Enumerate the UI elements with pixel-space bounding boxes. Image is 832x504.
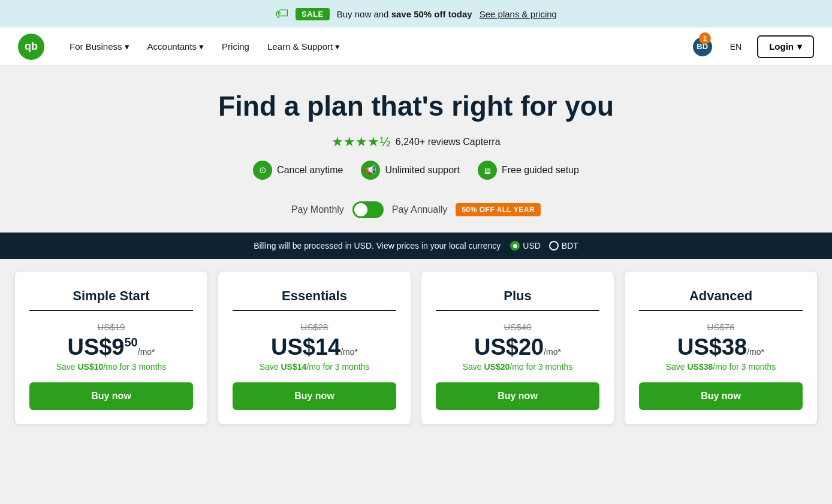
original-price: US$76 [639, 322, 803, 332]
currency-text: Billing will be processed in USD. View p… [254, 241, 501, 251]
lang-badge[interactable]: BD 1 EN [693, 37, 741, 56]
cancel-anytime-label: Cancel anytime [277, 165, 343, 176]
current-price: US$14/mo* [233, 336, 396, 358]
pay-annually-label: Pay Annually [392, 204, 448, 215]
cancel-anytime-icon: ⊙ [253, 161, 272, 180]
savings-text: Save US$10/mo for 3 months [29, 362, 193, 372]
original-price: US$40 [436, 322, 599, 332]
original-price: US$28 [233, 322, 396, 332]
plan-name: Essentials [233, 288, 396, 304]
bdt-radio[interactable]: BDT [549, 241, 578, 251]
feature-cancel: ⊙ Cancel anytime [253, 161, 343, 180]
current-price: US$38/mo* [639, 336, 803, 358]
reviews-row: ★★★★½ 6,240+ reviews Capterra [12, 134, 820, 150]
currency-radio-group: USD BDT [510, 241, 578, 251]
reviews-text: 6,240+ reviews Capterra [396, 137, 501, 147]
plan-essentials: Essentials US$28 US$14/mo* Save US$14/mo… [218, 271, 411, 425]
plan-advanced: Advanced US$76 US$38/mo* Save US$38/mo f… [624, 271, 818, 425]
logo[interactable]: qb [18, 34, 44, 60]
plan-name: Plus [436, 288, 599, 304]
plan-divider [29, 310, 193, 311]
feature-support: 📢 Unlimited support [361, 161, 460, 180]
savings-text: Save US$38/mo for 3 months [639, 362, 803, 372]
currency-banner: Billing will be processed in USD. View p… [0, 233, 832, 259]
lang-locale: EN [730, 42, 741, 52]
toggle-knob [354, 203, 367, 216]
savings-text: Save US$20/mo for 3 months [436, 362, 599, 372]
chevron-down-icon: ▾ [199, 41, 204, 52]
top-banner: 🏷 SALE Buy now and save 50% off today Se… [0, 0, 832, 28]
buy-now-button[interactable]: Buy now [29, 382, 193, 410]
login-button[interactable]: Login ▾ [757, 35, 814, 58]
chevron-down-icon: ▾ [335, 41, 340, 52]
nav-for-business[interactable]: For Business ▾ [62, 38, 137, 56]
chevron-down-icon: ▾ [797, 41, 802, 52]
nav-right: BD 1 EN Login ▾ [693, 35, 814, 58]
usd-radio-circle [510, 241, 520, 251]
features-row: ⊙ Cancel anytime 📢 Unlimited support 🖥 F… [12, 161, 820, 180]
buy-now-button[interactable]: Buy now [639, 382, 803, 410]
sale-badge: SALE [296, 8, 330, 20]
billing-toggle[interactable] [352, 201, 384, 218]
chevron-down-icon: ▾ [125, 41, 129, 52]
plan-divider [639, 310, 803, 311]
page-title: Find a plan that's right for you [12, 90, 820, 122]
plan-name: Advanced [639, 288, 803, 304]
original-price: US$19 [29, 322, 193, 332]
plan-divider [436, 310, 599, 311]
savings-text: Save US$14/mo for 3 months [233, 362, 396, 372]
notification-dot: 1 [699, 32, 711, 44]
star-rating: ★★★★½ [331, 134, 390, 150]
plans-section: Simple Start US$19 US$950/mo* Save US$10… [0, 259, 832, 437]
pay-monthly-label: Pay Monthly [291, 204, 344, 215]
plans-grid: Simple Start US$19 US$950/mo* Save US$10… [14, 271, 818, 425]
free-setup-icon: 🖥 [478, 161, 497, 180]
nav-accountants[interactable]: Accountants ▾ [140, 38, 212, 56]
billing-toggle-row: Pay Monthly Pay Annually 50% OFF ALL YEA… [12, 201, 820, 218]
unlimited-support-label: Unlimited support [385, 165, 460, 176]
nav-links: For Business ▾ Accountants ▾ Pricing Lea… [62, 38, 693, 56]
current-price: US$950/mo* [29, 336, 193, 358]
see-plans-link[interactable]: See plans & pricing [480, 9, 557, 19]
plan-plus: Plus US$40 US$20/mo* Save US$20/mo for 3… [421, 271, 614, 425]
buy-now-button[interactable]: Buy now [436, 382, 599, 410]
plan-simple-start: Simple Start US$19 US$950/mo* Save US$10… [14, 271, 208, 425]
navbar: qb For Business ▾ Accountants ▾ Pricing … [0, 28, 832, 66]
current-price: US$20/mo* [436, 336, 599, 358]
nav-learn-support[interactable]: Learn & Support ▾ [260, 38, 347, 56]
tag-icon: 🏷 [275, 6, 288, 22]
feature-setup: 🖥 Free guided setup [478, 161, 579, 180]
usd-radio[interactable]: USD [510, 241, 541, 251]
plan-divider [233, 310, 396, 311]
bdt-radio-circle [549, 241, 559, 251]
nav-pricing[interactable]: Pricing [215, 38, 257, 55]
banner-text: Buy now and save 50% off today [337, 9, 472, 19]
free-setup-label: Free guided setup [502, 165, 579, 176]
main-content: Find a plan that's right for you ★★★★½ 6… [0, 66, 832, 218]
unlimited-support-icon: 📢 [361, 161, 380, 180]
buy-now-button[interactable]: Buy now [233, 382, 396, 410]
discount-badge: 50% OFF ALL YEAR [456, 203, 541, 216]
plan-name: Simple Start [29, 288, 193, 304]
